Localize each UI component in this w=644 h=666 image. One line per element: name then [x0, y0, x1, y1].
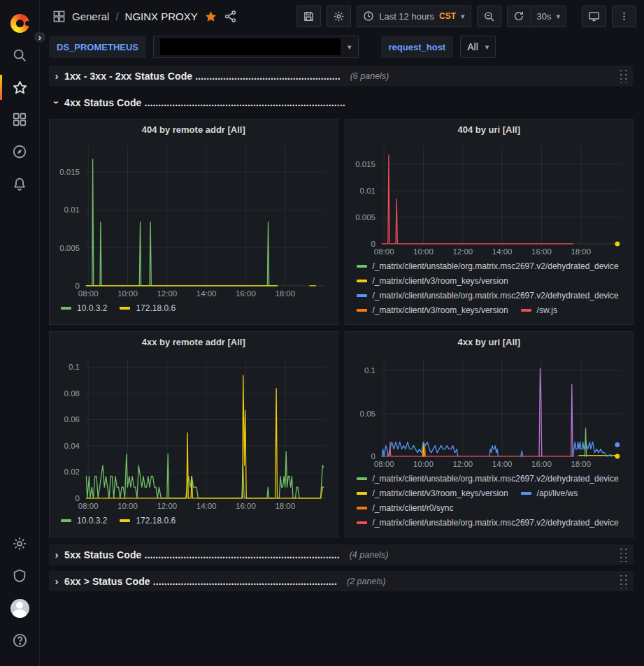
svg-text:12:00: 12:00	[452, 460, 473, 468]
svg-text:14:00: 14:00	[492, 460, 512, 468]
save-dashboard-button[interactable]	[296, 6, 321, 27]
legend-item[interactable]: /_matrix/client/v3/room_keys/version	[357, 305, 508, 315]
dashboard-settings-button[interactable]	[327, 6, 351, 27]
legend-item[interactable]: /sw.js	[521, 305, 557, 315]
breadcrumb-folder[interactable]: General	[72, 10, 109, 22]
svg-text:08:00: 08:00	[78, 502, 99, 510]
svg-text:0.015: 0.015	[59, 168, 80, 176]
tv-mode-button[interactable]	[582, 6, 606, 27]
legend-item[interactable]: /_matrix/client/unstable/org.matrix.msc2…	[357, 261, 619, 271]
row-drag-handle[interactable]	[619, 547, 629, 562]
share-icon[interactable]	[224, 10, 237, 23]
svg-text:12:00: 12:00	[157, 502, 177, 510]
panel-title[interactable]: 4xx by uri [All]	[345, 332, 634, 352]
legend-swatch	[357, 477, 367, 480]
sidebar-item-server-admin[interactable]	[0, 560, 40, 592]
row-5xx[interactable]: › 5xx Status Code ......................…	[49, 544, 634, 565]
favorite-star-icon[interactable]	[204, 10, 217, 23]
row-drag-handle[interactable]	[619, 574, 629, 588]
svg-text:08:00: 08:00	[373, 247, 394, 256]
top-navbar: General / NGINX PROXY L	[40, 0, 644, 32]
legend-item[interactable]: /_matrix/client/unstable/org.matrix.msc2…	[357, 518, 619, 528]
template-variables-row: DS_PROMETHEUS ▾ request_host All ▾	[40, 32, 644, 65]
row-drag-handle[interactable]	[619, 68, 629, 83]
row-4xx[interactable]: › 4xx Status Code ......................…	[49, 92, 634, 113]
svg-text:14:00: 14:00	[492, 247, 512, 256]
legend-item[interactable]: 10.0.3.2	[61, 516, 107, 526]
legend-label: /_matrix/client/unstable/org.matrix.msc2…	[373, 474, 619, 484]
sidebar-item-explore[interactable]	[0, 136, 40, 168]
sidebar-item-alerting[interactable]	[0, 168, 40, 200]
timeseries-chart[interactable]: 00.020.040.060.080.108:0010:0012:0014:00…	[53, 352, 334, 512]
timezone-label: CST	[439, 11, 456, 21]
legend-label: /_matrix/client/unstable/org.matrix.msc2…	[373, 518, 619, 528]
svg-text:0.1: 0.1	[69, 363, 80, 371]
legend-item[interactable]: /_matrix/client/unstable/org.matrix.msc2…	[357, 474, 619, 484]
legend-row: /_matrix/client/unstable/org.matrix.msc2…	[357, 515, 628, 530]
compass-icon	[12, 144, 27, 159]
sidebar-item-help[interactable]	[0, 624, 40, 656]
row-1xx-3xx-2xx[interactable]: › 1xx - 3xx - 2xx Status Code ..........…	[49, 66, 634, 86]
datasource-variable-select[interactable]: ▾	[153, 36, 359, 58]
legend-item[interactable]: 10.0.3.2	[61, 303, 107, 313]
sidebar-collapse-button[interactable]: ›	[32, 29, 48, 45]
chevron-down-icon: ▾	[461, 12, 465, 21]
clock-icon	[363, 10, 374, 22]
svg-text:14:00: 14:00	[196, 502, 217, 510]
sidebar-item-configuration[interactable]	[0, 528, 40, 560]
sidebar-item-starred[interactable]	[0, 71, 40, 103]
datasource-variable-label[interactable]: DS_PROMETHEUS	[49, 36, 146, 58]
time-range-label: Last 12 hours	[379, 11, 434, 22]
svg-text:10:00: 10:00	[413, 247, 434, 256]
legend-swatch	[61, 307, 71, 310]
legend-item[interactable]: /_matrix/client/r0/sync	[357, 503, 454, 513]
legend-item[interactable]: /_matrix/client/v3/room_keys/version	[357, 276, 508, 286]
panel-title[interactable]: 4xx by remote addr [All]	[50, 332, 338, 352]
request-host-variable-label[interactable]: request_host	[381, 36, 454, 58]
legend-row: /_matrix/client/unstable/org.matrix.msc2…	[357, 471, 628, 486]
sidebar-item-profile[interactable]	[0, 592, 40, 624]
refresh-button[interactable]	[507, 6, 531, 27]
panel-4xx-by-uri: 4xx by uri [All] 00.050.108:0010:0012:00…	[345, 331, 634, 537]
breadcrumb-dashboard-title[interactable]: NGINX PROXY	[125, 10, 198, 22]
timeseries-chart[interactable]: 00.0050.010.01508:0010:0012:0014:0016:00…	[349, 140, 630, 258]
svg-text:0.05: 0.05	[359, 410, 375, 418]
legend-item[interactable]: /_matrix/client/unstable/org.matrix.msc2…	[357, 291, 619, 301]
panel-title[interactable]: 404 by remote addr [All]	[50, 120, 338, 140]
row-title: 4xx Status Code ........................…	[64, 97, 345, 108]
legend-item[interactable]: 172.18.0.6	[120, 303, 176, 313]
svg-text:0.01: 0.01	[64, 205, 80, 214]
sidebar-item-search[interactable]	[0, 39, 40, 71]
svg-text:10:00: 10:00	[117, 502, 138, 510]
legend-label: /_matrix/client/r0/sync	[373, 503, 454, 513]
legend-item[interactable]: /api/live/ws	[521, 488, 578, 498]
more-options-button[interactable]	[612, 6, 636, 27]
legend-label: /_matrix/client/v3/room_keys/version	[373, 305, 508, 315]
refresh-interval-label: 30s	[537, 11, 552, 22]
row-6xx[interactable]: › 6xx > Status Code ....................…	[49, 571, 634, 591]
svg-text:0.08: 0.08	[64, 389, 80, 398]
legend-label: /_matrix/client/unstable/org.matrix.msc2…	[373, 261, 619, 271]
svg-text:0.005: 0.005	[59, 244, 80, 252]
legend-item[interactable]: /_matrix/client/v3/room_keys/version	[357, 488, 508, 498]
time-range-picker[interactable]: Last 12 hours CST ▾	[357, 6, 471, 27]
legend-item[interactable]: 172.18.0.6	[120, 516, 176, 526]
timeseries-chart[interactable]: 00.0050.010.01508:0010:0012:0014:0016:00…	[53, 140, 334, 300]
svg-text:08:00: 08:00	[373, 460, 394, 468]
svg-text:18:00: 18:00	[275, 502, 295, 510]
request-host-variable-select[interactable]: All ▾	[460, 36, 496, 58]
panel-title[interactable]: 404 by uri [All]	[345, 120, 634, 140]
redacted-datasource-value	[160, 38, 341, 55]
legend-label: /_matrix/client/unstable/org.matrix.msc2…	[373, 291, 619, 301]
svg-text:18:00: 18:00	[275, 289, 295, 298]
svg-text:08:00: 08:00	[78, 289, 99, 298]
apps-icon	[52, 10, 66, 23]
legend-row: /_matrix/client/unstable/org.matrix.msc2…	[357, 288, 628, 303]
sidebar-item-dashboards[interactable]	[0, 103, 40, 136]
timeseries-chart[interactable]: 00.050.108:0010:0012:0014:0016:0018:00	[349, 352, 630, 470]
refresh-interval-picker[interactable]: 30s ▾	[531, 6, 567, 27]
chevron-down-icon: ▾	[556, 12, 560, 21]
zoom-out-time-button[interactable]	[477, 6, 501, 27]
legend-row: 10.0.3.2172.18.0.6	[61, 301, 332, 315]
panel-404-by-uri: 404 by uri [All] 00.0050.010.01508:0010:…	[345, 119, 634, 325]
